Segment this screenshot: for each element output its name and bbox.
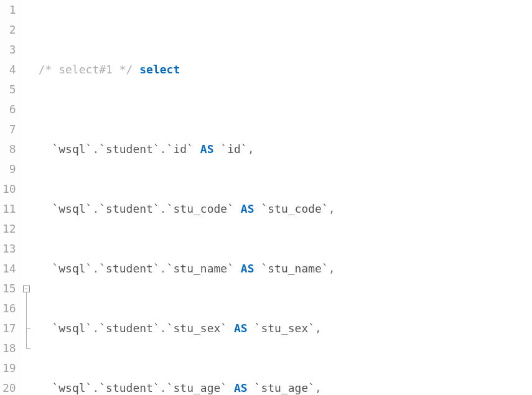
- keyword-as: AS: [234, 322, 248, 335]
- space: [254, 262, 261, 275]
- keyword-as: AS: [241, 262, 254, 275]
- identifier: `student`: [99, 381, 160, 394]
- identifier: `wsql`: [52, 202, 92, 215]
- line-number: 8: [2, 139, 16, 159]
- dot: .: [160, 322, 167, 335]
- keyword-select: select: [139, 63, 180, 76]
- line-number: 1: [2, 0, 16, 20]
- dot: .: [92, 262, 99, 275]
- dot: .: [160, 381, 167, 394]
- dot: .: [92, 202, 99, 215]
- alias: `stu_code`: [261, 202, 328, 215]
- keyword-as: AS: [234, 381, 248, 394]
- indent: [39, 381, 52, 394]
- indent: [39, 262, 52, 275]
- fold-tick: [26, 328, 30, 329]
- identifier: `wsql`: [52, 262, 92, 275]
- indent: [39, 202, 52, 215]
- alias: `stu_sex`: [254, 322, 315, 335]
- keyword-as: AS: [241, 202, 254, 215]
- comma: ,: [329, 202, 335, 215]
- identifier: `student`: [99, 262, 160, 275]
- indent: [39, 322, 52, 335]
- line-number: 14: [2, 259, 16, 279]
- space: [248, 381, 254, 394]
- line-number: 18: [2, 338, 16, 358]
- alias: `stu_age`: [254, 381, 315, 394]
- code-line: `wsql`.`student`.`stu_sex` AS `stu_sex`,: [39, 318, 532, 338]
- space: [248, 322, 254, 335]
- line-number: 7: [2, 119, 16, 139]
- code-area[interactable]: /* select#1 */ select `wsql`.`student`.`…: [32, 0, 532, 395]
- indent: [39, 142, 52, 156]
- fold-tick: [26, 348, 30, 349]
- space: [254, 202, 261, 215]
- space: [234, 202, 241, 215]
- line-number: 9: [2, 159, 16, 179]
- space: [194, 142, 200, 156]
- dot: .: [160, 142, 167, 156]
- identifier: `stu_code`: [167, 202, 234, 215]
- identifier: `wsql`: [52, 142, 92, 156]
- comma: ,: [315, 322, 322, 335]
- identifier: `student`: [99, 202, 160, 215]
- line-number: 11: [2, 199, 16, 219]
- comma: ,: [329, 262, 335, 275]
- line-number: 5: [2, 80, 16, 100]
- line-number: 10: [2, 179, 16, 199]
- line-number: 16: [2, 299, 16, 318]
- line-number: 12: [2, 219, 16, 239]
- dot: .: [160, 202, 167, 215]
- space: [227, 381, 234, 394]
- line-number: 3: [2, 40, 16, 60]
- dot: .: [92, 142, 99, 156]
- line-number: 4: [2, 60, 16, 80]
- identifier: `wsql`: [52, 381, 92, 394]
- code-line: `wsql`.`student`.`stu_age` AS `stu_age`,: [39, 378, 532, 395]
- comment: /* select#1 */: [39, 63, 133, 76]
- identifier: `student`: [99, 142, 160, 156]
- keyword-as: AS: [200, 142, 214, 156]
- fold-gutter: −: [21, 0, 32, 395]
- identifier: `stu_age`: [167, 381, 228, 394]
- line-number: 6: [2, 100, 16, 119]
- line-number: 19: [2, 358, 16, 378]
- line-number: 13: [2, 239, 16, 259]
- line-number-gutter: 1 2 3 4 5 6 7 8 9 10 11 12 13 14 15 16 1…: [0, 0, 21, 395]
- alias: `stu_name`: [261, 262, 328, 275]
- space: [234, 262, 241, 275]
- code-line: `wsql`.`student`.`stu_name` AS `stu_name…: [39, 259, 532, 279]
- line-number: 2: [2, 20, 16, 40]
- alias: `id`: [220, 142, 247, 156]
- fold-guide-line: [26, 292, 27, 348]
- identifier: `wsql`: [52, 322, 92, 335]
- comma: ,: [315, 381, 322, 394]
- identifier: `stu_sex`: [167, 322, 228, 335]
- code-line: `wsql`.`student`.`stu_code` AS `stu_code…: [39, 199, 532, 219]
- dot: .: [92, 381, 99, 394]
- line-number: 15: [2, 279, 16, 299]
- identifier: `student`: [99, 322, 160, 335]
- line-number: 20: [2, 378, 16, 395]
- space: [227, 322, 234, 335]
- code-line: /* select#1 */ select: [39, 60, 532, 80]
- fold-toggle-icon[interactable]: −: [23, 286, 30, 292]
- dot: .: [92, 322, 99, 335]
- identifier: `id`: [167, 142, 194, 156]
- line-number: 17: [2, 318, 16, 338]
- dot: .: [160, 262, 167, 275]
- comma: ,: [248, 142, 254, 156]
- code-line: `wsql`.`student`.`id` AS `id`,: [39, 139, 532, 159]
- space: [214, 142, 221, 156]
- code-editor: 1 2 3 4 5 6 7 8 9 10 11 12 13 14 15 16 1…: [0, 0, 532, 395]
- identifier: `stu_name`: [167, 262, 234, 275]
